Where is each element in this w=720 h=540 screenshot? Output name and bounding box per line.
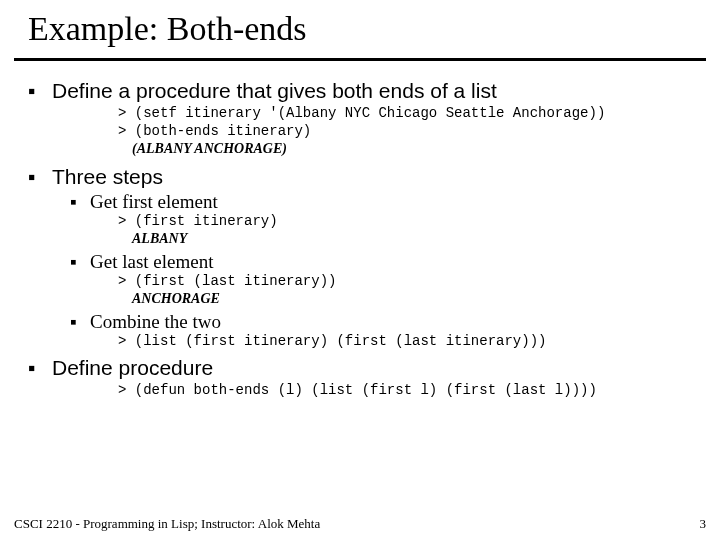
slide-title: Example: Both-ends bbox=[0, 0, 720, 56]
code-result: ALBANY bbox=[118, 231, 187, 246]
page-number: 3 bbox=[700, 516, 707, 532]
code-result: (ALBANY ANCHORAGE) bbox=[118, 141, 287, 156]
bullet-dot-icon: ▪ bbox=[70, 191, 90, 213]
bullet-dot-icon: ▪ bbox=[28, 165, 52, 189]
subbullet-get-last: ▪ Get last element bbox=[70, 251, 700, 273]
code-block: > (defun both-ends (l) (list (first l) (… bbox=[118, 382, 700, 400]
code-result: ANCHORAGE bbox=[118, 291, 220, 306]
bullet-text: Define a procedure that gives both ends … bbox=[52, 79, 497, 103]
slide-footer: CSCI 2210 - Programming in Lisp; Instruc… bbox=[14, 516, 706, 532]
code-block: > (list (first itinerary) (first (last i… bbox=[118, 333, 700, 351]
bullet-dot-icon: ▪ bbox=[28, 356, 52, 380]
code-text: > (setf itinerary '(Albany NYC Chicago S… bbox=[118, 105, 605, 139]
code-block: > (first itinerary) ALBANY bbox=[118, 213, 700, 249]
bullet-dot-icon: ▪ bbox=[28, 79, 52, 103]
code-block: > (setf itinerary '(Albany NYC Chicago S… bbox=[118, 105, 700, 159]
bullet-text: Get last element bbox=[90, 251, 213, 273]
bullet-text: Combine the two bbox=[90, 311, 221, 333]
bullet-dot-icon: ▪ bbox=[70, 251, 90, 273]
code-text: > (list (first itinerary) (first (last i… bbox=[118, 333, 546, 349]
slide-body: ▪ Define a procedure that gives both end… bbox=[0, 79, 720, 400]
code-text: > (defun both-ends (l) (list (first l) (… bbox=[118, 382, 597, 398]
bullet-text: Three steps bbox=[52, 165, 163, 189]
code-text: > (first itinerary) bbox=[118, 213, 278, 229]
bullet-define-procedure: ▪ Define procedure bbox=[28, 356, 700, 380]
bullet-three-steps: ▪ Three steps bbox=[28, 165, 700, 189]
subbullet-get-first: ▪ Get first element bbox=[70, 191, 700, 213]
code-block: > (first (last itinerary)) ANCHORAGE bbox=[118, 273, 700, 309]
bullet-dot-icon: ▪ bbox=[70, 311, 90, 333]
code-text: > (first (last itinerary)) bbox=[118, 273, 336, 289]
title-rule bbox=[14, 58, 706, 61]
bullet-text: Define procedure bbox=[52, 356, 213, 380]
footer-text: CSCI 2210 - Programming in Lisp; Instruc… bbox=[14, 516, 320, 532]
bullet-define: ▪ Define a procedure that gives both end… bbox=[28, 79, 700, 103]
bullet-text: Get first element bbox=[90, 191, 218, 213]
subbullet-combine: ▪ Combine the two bbox=[70, 311, 700, 333]
